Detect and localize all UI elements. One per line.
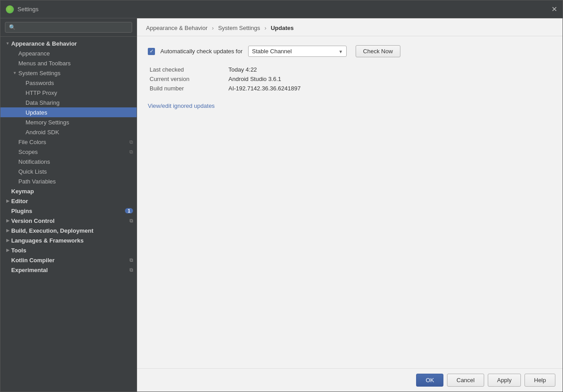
sidebar-item-label: Android SDK bbox=[26, 129, 133, 136]
info-grid: Last checked Today 4:22 Current version … bbox=[148, 66, 552, 92]
spacer-icon bbox=[4, 266, 11, 273]
copy-icon: ⧉ bbox=[129, 139, 133, 145]
sidebar-item-label: Plugins bbox=[11, 208, 125, 214]
sidebar-item-label: Scopes bbox=[18, 149, 128, 155]
spacer-icon bbox=[11, 148, 18, 155]
breadcrumb-part-1: Appearance & Behavior bbox=[146, 25, 207, 31]
sidebar-item-languages-frameworks[interactable]: ▶ Languages & Frameworks bbox=[0, 235, 137, 245]
sidebar-item-build-execution-deployment[interactable]: ▶ Build, Execution, Deployment bbox=[0, 226, 137, 235]
auto-check-row: ✓ Automatically check updates for Stable… bbox=[148, 45, 552, 57]
build-number-value: AI-192.7142.36.36.6241897 bbox=[228, 85, 552, 92]
expand-icon: ▶ bbox=[4, 247, 11, 254]
updates-panel: ✓ Automatically check updates for Stable… bbox=[137, 36, 563, 368]
expand-icon: ▼ bbox=[4, 40, 11, 47]
settings-window: Settings ✕ ▼ Appearance & Behavior Appea… bbox=[0, 0, 563, 392]
window-title: Settings bbox=[17, 6, 39, 13]
breadcrumb-sep-2: › bbox=[264, 25, 266, 31]
sidebar-item-notifications[interactable]: Notifications bbox=[0, 157, 137, 166]
sidebar-item-experimental[interactable]: Experimental ⧉ bbox=[0, 265, 137, 275]
sidebar-item-scopes[interactable]: Scopes ⧉ bbox=[0, 147, 137, 157]
current-version-value: Android Studio 3.6.1 bbox=[228, 76, 552, 82]
spacer-icon bbox=[18, 99, 26, 106]
spacer-icon bbox=[18, 128, 26, 136]
expand-icon: ▶ bbox=[4, 197, 11, 205]
checkmark-icon: ✓ bbox=[150, 48, 154, 54]
spacer-icon bbox=[4, 207, 11, 214]
spacer-icon bbox=[4, 256, 11, 264]
spacer-icon bbox=[11, 178, 18, 185]
sidebar-item-appearance[interactable]: Appearance bbox=[0, 48, 137, 58]
sidebar-item-label: Updates bbox=[26, 109, 133, 116]
footer: OK Cancel Apply Help bbox=[137, 368, 563, 392]
sidebar-item-kotlin-compiler[interactable]: Kotlin Compiler ⧉ bbox=[0, 255, 137, 265]
last-checked-value: Today 4:22 bbox=[228, 66, 552, 73]
apply-button[interactable]: Apply bbox=[488, 374, 521, 387]
expand-icon: ▼ bbox=[11, 69, 18, 77]
spacer-icon bbox=[11, 168, 18, 175]
sidebar-item-label: Appearance bbox=[18, 50, 133, 57]
search-input[interactable] bbox=[5, 22, 132, 33]
app-icon bbox=[6, 5, 14, 13]
spacer-icon bbox=[11, 158, 18, 165]
sidebar-item-label: Languages & Frameworks bbox=[11, 237, 133, 244]
view-ignored-link[interactable]: View/edit ignored updates bbox=[148, 102, 215, 109]
breadcrumb-sep-1: › bbox=[212, 25, 214, 31]
sidebar-item-plugins[interactable]: Plugins 1 bbox=[0, 206, 137, 216]
content-area: Appearance & Behavior › System Settings … bbox=[137, 18, 563, 392]
copy-icon: ⧉ bbox=[129, 267, 133, 273]
title-bar-left: Settings bbox=[6, 5, 39, 13]
spacer-icon bbox=[18, 79, 26, 86]
sidebar-item-menus-toolbars[interactable]: Menus and Toolbars bbox=[0, 58, 137, 68]
sidebar-item-passwords[interactable]: Passwords bbox=[0, 78, 137, 88]
copy-icon: ⧉ bbox=[129, 149, 133, 155]
last-checked-label: Last checked bbox=[150, 66, 221, 73]
close-button[interactable]: ✕ bbox=[551, 6, 557, 13]
channel-select-wrapper: Stable Channel Beta Channel Dev Channel … bbox=[248, 46, 347, 57]
help-button[interactable]: Help bbox=[524, 374, 555, 387]
sidebar-item-system-settings[interactable]: ▼ System Settings bbox=[0, 68, 137, 78]
sidebar: ▼ Appearance & Behavior Appearance Menus… bbox=[0, 18, 137, 392]
sidebar-item-label: Path Variables bbox=[18, 178, 133, 185]
sidebar-item-android-sdk[interactable]: Android SDK bbox=[0, 127, 137, 137]
sidebar-item-label: Experimental bbox=[11, 267, 128, 273]
sidebar-item-data-sharing[interactable]: Data Sharing bbox=[0, 98, 137, 107]
channel-select[interactable]: Stable Channel Beta Channel Dev Channel … bbox=[248, 46, 347, 57]
sidebar-item-editor[interactable]: ▶ Editor bbox=[0, 196, 137, 206]
sidebar-item-label: Tools bbox=[11, 247, 133, 254]
sidebar-item-updates[interactable]: Updates bbox=[0, 107, 137, 117]
sidebar-item-label: File Colors bbox=[18, 139, 128, 145]
copy-icon: ⧉ bbox=[129, 218, 133, 224]
title-bar: Settings ✕ bbox=[0, 0, 563, 18]
sidebar-item-label: Memory Settings bbox=[26, 119, 133, 126]
sidebar-item-path-variables[interactable]: Path Variables bbox=[0, 176, 137, 186]
sidebar-item-http-proxy[interactable]: HTTP Proxy bbox=[0, 88, 137, 98]
sidebar-item-tools[interactable]: ▶ Tools bbox=[0, 245, 137, 255]
expand-icon: ▶ bbox=[4, 237, 11, 244]
sidebar-item-file-colors[interactable]: File Colors ⧉ bbox=[0, 137, 137, 147]
current-version-label: Current version bbox=[150, 76, 221, 82]
auto-check-checkbox[interactable]: ✓ bbox=[148, 48, 155, 55]
sidebar-item-quick-lists[interactable]: Quick Lists bbox=[0, 166, 137, 176]
spacer-icon bbox=[11, 50, 18, 57]
cancel-button[interactable]: Cancel bbox=[447, 374, 484, 387]
sidebar-item-memory-settings[interactable]: Memory Settings bbox=[0, 117, 137, 127]
sidebar-item-label: Menus and Toolbars bbox=[18, 60, 133, 67]
sidebar-item-label: HTTP Proxy bbox=[26, 89, 133, 96]
ok-button[interactable]: OK bbox=[416, 374, 443, 387]
sidebar-item-label: Quick Lists bbox=[18, 168, 133, 175]
check-now-button[interactable]: Check Now bbox=[356, 45, 400, 57]
breadcrumb: Appearance & Behavior › System Settings … bbox=[137, 18, 563, 36]
sidebar-item-version-control[interactable]: ▶ Version Control ⧉ bbox=[0, 216, 137, 226]
sidebar-item-label: Version Control bbox=[11, 217, 128, 224]
auto-check-label: Automatically check updates for bbox=[160, 48, 243, 55]
sidebar-item-label: Kotlin Compiler bbox=[11, 257, 128, 264]
sidebar-tree: ▼ Appearance & Behavior Appearance Menus… bbox=[0, 37, 137, 392]
sidebar-item-label: Passwords bbox=[26, 80, 133, 86]
sidebar-item-appearance-behavior[interactable]: ▼ Appearance & Behavior bbox=[0, 38, 137, 48]
sidebar-item-label: Appearance & Behavior bbox=[11, 40, 133, 47]
sidebar-item-keymap[interactable]: Keymap bbox=[0, 186, 137, 196]
sidebar-item-label: Keymap bbox=[11, 188, 133, 195]
spacer-icon bbox=[18, 109, 26, 116]
main-content: ▼ Appearance & Behavior Appearance Menus… bbox=[0, 18, 563, 392]
breadcrumb-part-2: System Settings bbox=[218, 25, 260, 31]
